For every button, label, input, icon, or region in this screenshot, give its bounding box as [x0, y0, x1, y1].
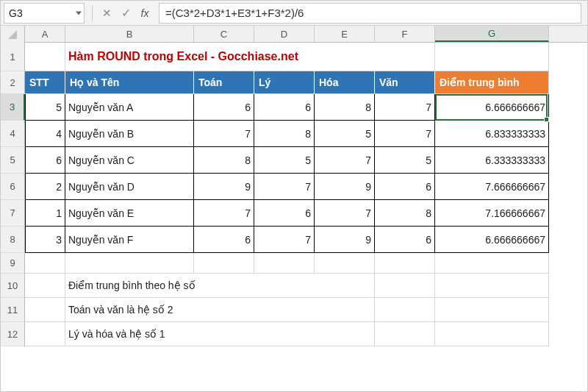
cell-A1[interactable]	[25, 43, 65, 71]
cell-B7[interactable]: Nguyễn văn E	[65, 200, 194, 227]
cell-G6[interactable]: 7.666666667	[435, 174, 549, 200]
cell-A5[interactable]: 6	[25, 147, 65, 174]
cell-C5[interactable]: 8	[194, 147, 254, 174]
formula-input[interactable]: =(C3*2+D3*1+E3*1+F3*2)/6	[159, 3, 581, 24]
cell-E2[interactable]: Hóa	[315, 71, 375, 94]
cell-G7[interactable]: 7.166666667	[435, 200, 549, 227]
col-header-B[interactable]: B	[65, 26, 194, 42]
cell-C2[interactable]: Toán	[194, 71, 254, 94]
cell-C7[interactable]: 7	[194, 200, 254, 227]
cell-D6[interactable]: 7	[254, 174, 315, 200]
cancel-icon[interactable]: ✕	[97, 4, 116, 23]
enter-icon[interactable]: ✓	[116, 4, 135, 23]
cell-G8[interactable]: 6.666666667	[435, 227, 549, 253]
cell-B8[interactable]: Nguyễn văn F	[65, 227, 194, 253]
row-header-10[interactable]: 10	[1, 274, 25, 298]
cell-B1-title[interactable]: Hàm ROUND trong Excel - Gocchiase.net	[65, 43, 435, 71]
cell-C6[interactable]: 9	[194, 174, 254, 200]
name-box[interactable]: G3	[4, 3, 85, 24]
cell-C4[interactable]: 7	[194, 121, 254, 147]
row-header-5[interactable]: 5	[1, 147, 25, 174]
cell-A11[interactable]	[25, 298, 65, 322]
row-header-4[interactable]: 4	[1, 121, 25, 147]
row-header-11[interactable]: 11	[1, 298, 25, 322]
cell-E7[interactable]: 7	[315, 200, 375, 227]
cell-E9[interactable]	[315, 253, 375, 274]
cell-G11[interactable]	[435, 298, 549, 322]
cell-E8[interactable]: 9	[315, 227, 375, 253]
row-header-6[interactable]: 6	[1, 174, 25, 200]
cell-A10[interactable]	[25, 274, 65, 298]
cell-C9[interactable]	[194, 253, 254, 274]
cell-G3[interactable]: 6.666666667	[435, 94, 549, 121]
cell-A2[interactable]: STT	[25, 71, 65, 94]
col-header-C[interactable]: C	[194, 26, 254, 42]
cell-A6[interactable]: 2	[25, 174, 65, 200]
cell-D7[interactable]: 6	[254, 200, 315, 227]
cell-E5[interactable]: 7	[315, 147, 375, 174]
cell-B10[interactable]: Điểm trung bình theo hệ số	[65, 274, 375, 298]
cell-G9[interactable]	[435, 253, 549, 274]
col-header-E[interactable]: E	[315, 26, 375, 42]
cell-G10[interactable]	[435, 274, 549, 298]
cell-G1[interactable]	[435, 43, 549, 71]
cell-F7[interactable]: 8	[375, 200, 435, 227]
cell-C8[interactable]: 6	[194, 227, 254, 253]
cell-D4[interactable]: 8	[254, 121, 315, 147]
cell-B2[interactable]: Họ và Tên	[65, 71, 194, 94]
cell-D5[interactable]: 5	[254, 147, 315, 174]
row-header-2[interactable]: 2	[1, 71, 25, 94]
cell-F11[interactable]	[375, 298, 435, 322]
cell-A3[interactable]: 5	[25, 94, 65, 121]
row-header-7[interactable]: 7	[1, 200, 25, 227]
cell-A7[interactable]: 1	[25, 200, 65, 227]
cell-E3[interactable]: 8	[315, 94, 375, 121]
row-header-12[interactable]: 12	[1, 322, 25, 346]
cell-F6[interactable]: 6	[375, 174, 435, 200]
cell-F10[interactable]	[375, 274, 435, 298]
cell-B4[interactable]: Nguyễn văn B	[65, 121, 194, 147]
val: 8	[305, 128, 311, 140]
row-header-1[interactable]: 1	[1, 43, 25, 71]
cell-E6[interactable]: 9	[315, 174, 375, 200]
chevron-down-icon[interactable]	[76, 11, 82, 15]
cell-A12[interactable]	[25, 322, 65, 346]
cell-G4[interactable]: 6.833333333	[435, 121, 549, 147]
cell-G2[interactable]: Điểm trung bình	[435, 71, 549, 94]
cell-D3[interactable]: 6	[254, 94, 315, 121]
cell-B5[interactable]: Nguyễn văn C	[65, 147, 194, 174]
select-all-corner[interactable]	[1, 26, 25, 43]
cell-G12[interactable]	[435, 322, 549, 346]
cell-A4[interactable]: 4	[25, 121, 65, 147]
cell-B3[interactable]: Nguyễn văn A	[65, 94, 194, 121]
cell-D2[interactable]: Lý	[254, 71, 315, 94]
row-header-9[interactable]: 9	[1, 253, 25, 274]
cell-A9[interactable]	[25, 253, 65, 274]
cell-A8[interactable]: 3	[25, 227, 65, 253]
cell-E4[interactable]: 5	[315, 121, 375, 147]
row-header-8[interactable]: 8	[1, 227, 25, 253]
cell-F8[interactable]: 6	[375, 227, 435, 253]
cell-B6[interactable]: Nguyễn văn D	[65, 174, 194, 200]
col-header-A[interactable]: A	[25, 26, 65, 42]
cell-F3[interactable]: 7	[375, 94, 435, 121]
cell-F4[interactable]: 7	[375, 121, 435, 147]
row-header-3[interactable]: 3	[1, 94, 25, 121]
cell-G5[interactable]: 6.333333333	[435, 147, 549, 174]
col-header-F[interactable]: F	[375, 26, 435, 42]
cell-B11[interactable]: Toán và văn là hệ số 2	[65, 298, 375, 322]
cell-F2[interactable]: Văn	[375, 71, 435, 94]
cell-B9[interactable]	[65, 253, 194, 274]
cell-D8[interactable]: 7	[254, 227, 315, 253]
col-header-G[interactable]: G	[435, 26, 549, 42]
fx-icon[interactable]: fx	[135, 4, 154, 23]
cell-C3[interactable]: 6	[194, 94, 254, 121]
cell-F9[interactable]	[375, 253, 435, 274]
col-header-D[interactable]: D	[254, 26, 315, 42]
hdr-toan: Toán	[198, 76, 222, 88]
cell-F12[interactable]	[375, 322, 435, 346]
cell-D9[interactable]	[254, 253, 315, 274]
val: 7	[305, 181, 311, 193]
cell-F5[interactable]: 5	[375, 147, 435, 174]
cell-B12[interactable]: Lý và hóa và hệ số 1	[65, 322, 375, 346]
